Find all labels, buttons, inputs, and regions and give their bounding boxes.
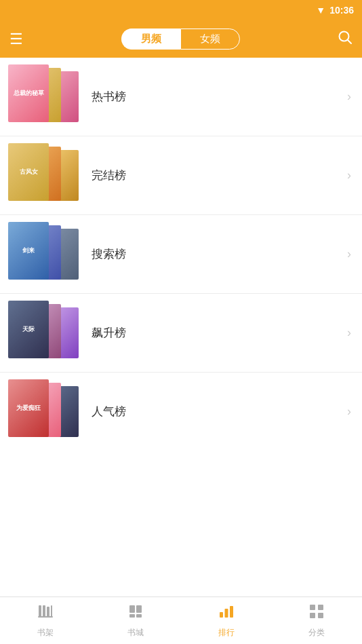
chevron-right-icon: ›	[347, 326, 351, 340]
tab-female[interactable]: 女频	[180, 29, 240, 50]
rank-item-rising[interactable]: 天际 飙升榜 ›	[0, 294, 362, 373]
ranking-icon	[218, 603, 235, 624]
chevron-right-icon: ›	[347, 247, 351, 261]
nav-item-category[interactable]: 分类	[272, 597, 363, 644]
status-bar: ▼ 10:36	[0, 0, 362, 20]
menu-icon[interactable]: ☰	[9, 31, 23, 48]
book-covers-hot: 总裁的秘草	[8, 64, 79, 129]
chevron-right-icon: ›	[347, 404, 351, 419]
nav-item-store[interactable]: 书城	[91, 597, 182, 644]
wifi-icon: ▼	[316, 5, 325, 16]
nav-item-bookshelf[interactable]: 书架	[0, 597, 91, 644]
nav-label-category: 分类	[308, 627, 325, 639]
svg-rect-16	[310, 613, 315, 618]
tab-male[interactable]: 男频	[121, 29, 180, 50]
nav-label-store: 书城	[127, 627, 144, 639]
book-covers-popular: 为爱痴狂	[8, 379, 79, 444]
svg-rect-7	[129, 605, 135, 613]
svg-rect-6	[38, 616, 53, 618]
book-cover-3-0: 天际	[8, 301, 49, 358]
svg-rect-15	[318, 605, 323, 610]
book-covers-completed: 古风女	[8, 143, 79, 208]
rank-label-hot: 热书榜	[92, 89, 347, 105]
book-covers-search: 剑来	[8, 222, 79, 286]
store-icon	[127, 603, 144, 624]
rank-label-popular: 人气榜	[92, 404, 347, 419]
bookshelf-icon	[37, 603, 54, 624]
rank-list: 总裁的秘草 热书榜 › 古风女 完结榜 › 剑来	[0, 58, 362, 596]
rank-item-search[interactable]: 剑来 搜索榜 ›	[0, 215, 362, 294]
chevron-right-icon: ›	[347, 90, 351, 104]
svg-rect-5	[51, 605, 52, 618]
status-time: 10:36	[329, 5, 354, 16]
svg-rect-10	[136, 614, 142, 618]
svg-rect-14	[310, 605, 315, 610]
search-icon[interactable]	[338, 30, 353, 49]
book-cover-1-0: 古风女	[8, 143, 49, 201]
rank-item-hot[interactable]: 总裁的秘草 热书榜 ›	[0, 58, 362, 136]
rank-label-rising: 飙升榜	[92, 325, 347, 341]
bottom-nav: 书架 书城 排行	[0, 596, 362, 644]
book-cover-0-0: 总裁的秘草	[8, 64, 49, 122]
tab-group: 男频 女频	[30, 29, 331, 50]
category-icon	[308, 603, 325, 624]
svg-rect-2	[39, 605, 41, 618]
svg-line-1	[348, 39, 352, 43]
chevron-right-icon: ›	[347, 168, 351, 183]
nav-label-bookshelf: 书架	[37, 627, 54, 639]
svg-rect-9	[129, 614, 135, 618]
svg-rect-11	[220, 612, 223, 618]
svg-rect-3	[43, 605, 45, 618]
toolbar: ☰ 男频 女频	[0, 20, 362, 58]
rank-item-popular[interactable]: 为爱痴狂 人气榜 ›	[0, 373, 362, 451]
svg-rect-12	[224, 609, 228, 618]
book-cover-4-0: 为爱痴狂	[8, 379, 49, 437]
nav-item-ranking[interactable]: 排行	[181, 597, 272, 644]
nav-label-ranking: 排行	[218, 627, 235, 639]
rank-label-completed: 完结榜	[92, 168, 347, 183]
svg-rect-13	[230, 606, 233, 618]
rank-label-search: 搜索榜	[92, 246, 347, 262]
svg-rect-17	[318, 613, 323, 618]
book-cover-2-0: 剑来	[8, 222, 49, 280]
svg-rect-8	[136, 605, 142, 613]
rank-item-completed[interactable]: 古风女 完结榜 ›	[0, 136, 362, 215]
svg-rect-4	[47, 607, 49, 618]
book-covers-rising: 天际	[8, 301, 79, 365]
